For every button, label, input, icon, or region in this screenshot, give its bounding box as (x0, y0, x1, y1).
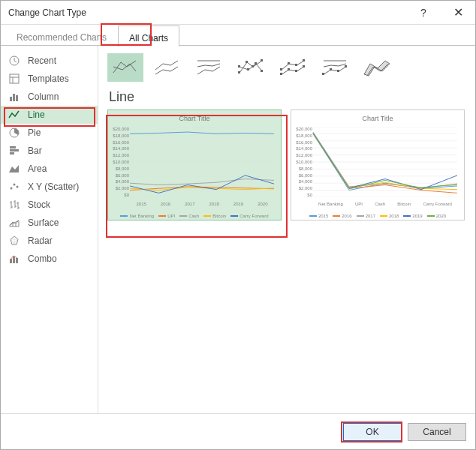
sidebar-item-label: Column (28, 92, 59, 102)
area-icon (8, 163, 20, 175)
sidebar-item-surface[interactable]: Surface (1, 214, 98, 232)
chart-title: Chart Title (291, 115, 464, 122)
sidebar-item-combo[interactable]: Combo (1, 250, 98, 268)
recent-icon (8, 55, 20, 67)
svg-rect-8 (10, 152, 14, 154)
sidebar-item-radar[interactable]: Radar (1, 232, 98, 250)
svg-rect-30 (303, 59, 305, 62)
100pct-line-subtype[interactable] (191, 53, 227, 82)
surface-icon (8, 217, 20, 229)
svg-rect-20 (247, 68, 249, 70)
combo-icon (8, 253, 20, 265)
svg-rect-16 (246, 61, 248, 63)
svg-rect-22 (261, 70, 263, 72)
dialog-title: Change Chart Type (8, 8, 406, 18)
pie-icon (8, 127, 20, 139)
scatter-icon (8, 181, 20, 193)
sidebar-item-pie[interactable]: Pie (1, 124, 98, 142)
svg-rect-34 (345, 65, 347, 68)
column-icon (8, 91, 20, 103)
sidebar-item-recent[interactable]: Recent (1, 52, 98, 70)
titlebar: Change Chart Type ? ✕ (1, 1, 475, 25)
sidebar-item-label: Radar (28, 236, 53, 246)
sidebar-item-label: Stock (28, 200, 50, 210)
3d-line-subtype[interactable] (360, 53, 396, 82)
svg-point-11 (17, 186, 19, 188)
100pct-markers-subtype[interactable] (318, 53, 354, 82)
svg-rect-15 (238, 71, 240, 74)
svg-rect-21 (255, 62, 257, 64)
sidebar-item-label: Templates (28, 74, 69, 84)
subtype-row (107, 53, 466, 82)
chart-title: Chart Title (108, 115, 281, 122)
chart-type-heading: Line (109, 89, 466, 105)
svg-rect-29 (295, 64, 297, 66)
sidebar-item-label: Pie (28, 128, 41, 138)
tab-label: All Charts (129, 33, 168, 44)
legend: 201520162017201820192020 (299, 214, 456, 218)
svg-point-10 (14, 184, 16, 186)
chart-category-sidebar: RecentTemplatesColumnLinePieBarAreaX Y (… (1, 46, 98, 413)
stacked-line-subtype[interactable] (149, 53, 185, 82)
tab-all-charts[interactable]: All Charts (118, 26, 179, 46)
sidebar-item-x-y-scatter-[interactable]: X Y (Scatter) (1, 178, 98, 196)
sidebar-item-label: Bar (28, 146, 42, 156)
svg-rect-32 (330, 68, 332, 70)
chart-preview[interactable]: Chart Title $20,000$18,000$16,000$14,000… (107, 110, 282, 220)
help-button[interactable]: ? (406, 1, 441, 25)
chart-preview[interactable]: Chart Title $20,000$18,000$16,000$14,000… (291, 110, 465, 220)
change-chart-type-dialog: Change Chart Type ? ✕ Recommended Charts… (0, 0, 476, 450)
svg-rect-4 (16, 95, 18, 101)
tab-label: Recommended Charts (17, 32, 107, 43)
svg-rect-19 (238, 65, 240, 68)
svg-rect-2 (10, 97, 12, 101)
sidebar-item-column[interactable]: Column (1, 88, 98, 106)
sidebar-item-templates[interactable]: Templates (1, 70, 98, 88)
svg-rect-18 (261, 59, 263, 62)
y-axis: $20,000$18,000$16,000$14,000$12,000$10,0… (110, 127, 129, 197)
preview-row: Chart Title $20,000$18,000$16,000$14,000… (107, 110, 466, 220)
sidebar-item-label: Combo (28, 254, 57, 264)
close-button[interactable]: ✕ (441, 1, 475, 25)
stacked-markers-subtype[interactable] (276, 53, 312, 82)
sidebar-item-label: Area (28, 164, 47, 174)
radar-icon (8, 235, 20, 247)
svg-rect-31 (322, 73, 324, 75)
cancel-button[interactable]: Cancel (408, 423, 466, 441)
svg-rect-17 (252, 65, 254, 68)
svg-rect-28 (288, 62, 290, 64)
sidebar-item-area[interactable]: Area (1, 160, 98, 178)
sidebar-item-label: Line (28, 110, 45, 120)
dialog-body: RecentTemplatesColumnLinePieBarAreaX Y (… (1, 46, 475, 413)
sidebar-item-label: X Y (Scatter) (28, 182, 79, 192)
tab-bar: Recommended Charts All Charts (1, 25, 475, 46)
sidebar-item-line[interactable]: Line (1, 106, 98, 124)
svg-rect-33 (337, 70, 339, 72)
main-panel: Line Chart Title $20,000$18,000$16,000$1… (98, 46, 475, 413)
ok-button[interactable]: OK (343, 423, 402, 441)
svg-rect-6 (10, 146, 16, 148)
sidebar-item-stock[interactable]: Stock (1, 196, 98, 214)
sidebar-item-label: Recent (28, 56, 56, 66)
svg-rect-14 (16, 258, 18, 263)
line-subtype[interactable] (107, 53, 143, 82)
sidebar-item-bar[interactable]: Bar (1, 142, 98, 160)
svg-rect-24 (288, 68, 290, 70)
x-axis: 201520162017201820192020 (129, 202, 275, 206)
svg-rect-26 (303, 65, 305, 68)
tab-recommended-charts[interactable]: Recommended Charts (5, 25, 118, 46)
line-markers-subtype[interactable] (233, 53, 270, 82)
line-icon (8, 109, 20, 121)
y-axis: $20,000$18,000$16,000$14,000$12,000$10,0… (293, 127, 312, 197)
svg-rect-7 (10, 149, 19, 152)
svg-rect-27 (280, 68, 282, 70)
x-axis: Net BankingUPICashBitcoinCarry Forward (312, 202, 458, 206)
svg-rect-25 (295, 70, 297, 72)
button-label: Cancel (423, 427, 450, 437)
svg-rect-1 (10, 74, 19, 83)
button-label: OK (366, 427, 378, 437)
stock-icon (8, 199, 20, 211)
templates-icon (8, 73, 20, 85)
bar-icon (8, 145, 20, 157)
sidebar-item-label: Surface (28, 218, 59, 228)
